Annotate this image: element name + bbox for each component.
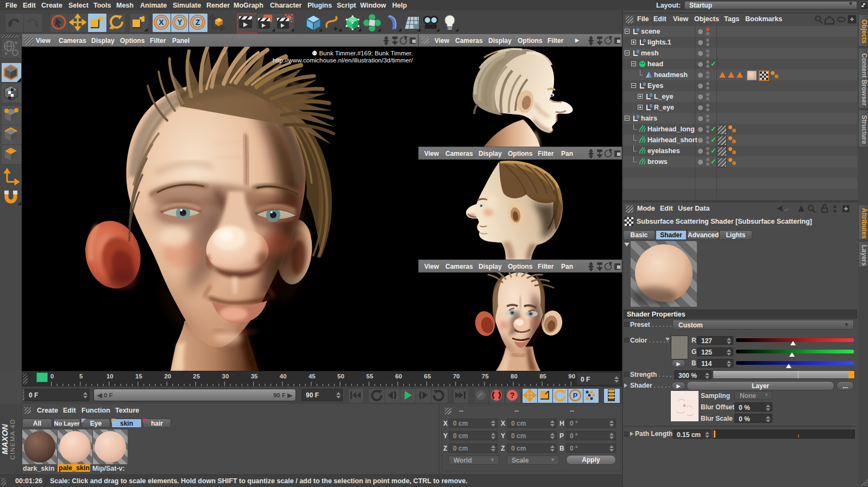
- svg-text:0: 0: [643, 38, 646, 43]
- svg-text:80: 80: [511, 373, 518, 380]
- svg-text:20: 20: [164, 373, 171, 380]
- svg-text:0: 0: [51, 373, 54, 380]
- svg-text:0: 0: [637, 114, 639, 119]
- svg-text:90: 90: [568, 373, 575, 380]
- svg-text:0: 0: [643, 81, 646, 87]
- svg-text:65: 65: [424, 373, 431, 380]
- svg-text:45: 45: [309, 373, 316, 380]
- svg-text:0: 0: [637, 49, 639, 54]
- svg-text:0: 0: [650, 103, 652, 109]
- svg-text:0: 0: [650, 92, 652, 98]
- svg-text:85: 85: [539, 373, 546, 380]
- svg-text:X: X: [159, 18, 164, 27]
- svg-text:5: 5: [79, 373, 83, 380]
- svg-text:Z: Z: [196, 18, 200, 27]
- svg-text:P: P: [573, 391, 578, 400]
- svg-text:60: 60: [395, 373, 402, 380]
- svg-text:40: 40: [280, 373, 287, 380]
- svg-text:35: 35: [251, 373, 258, 380]
- svg-text:15: 15: [135, 373, 142, 380]
- svg-text:10: 10: [106, 373, 114, 380]
- svg-text:0: 0: [637, 27, 639, 33]
- svg-text:70: 70: [453, 373, 460, 380]
- svg-text:75: 75: [482, 373, 489, 380]
- svg-text:25: 25: [193, 373, 200, 380]
- svg-text:55: 55: [366, 373, 373, 380]
- svg-text:Y: Y: [177, 18, 183, 27]
- svg-text:30: 30: [222, 373, 229, 380]
- svg-text:?: ?: [510, 391, 515, 400]
- svg-text:50: 50: [337, 373, 344, 380]
